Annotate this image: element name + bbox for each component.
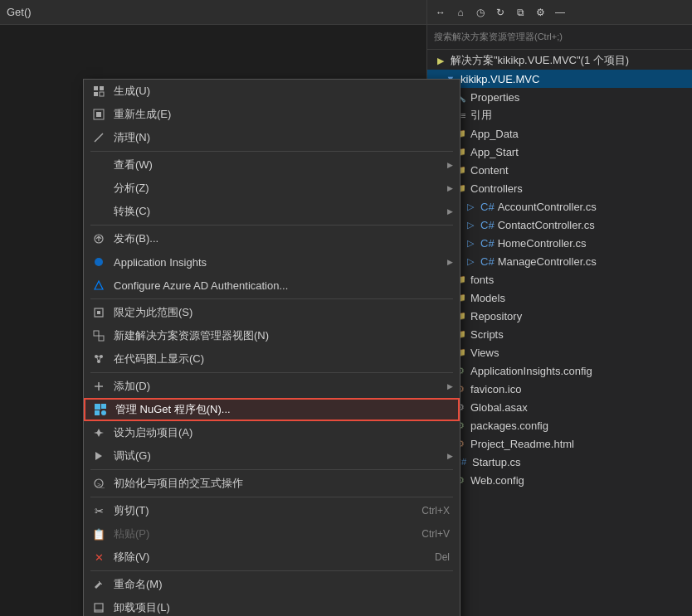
cm-analyze-label: 分析(Z)	[114, 181, 450, 196]
debug-icon	[90, 448, 107, 464]
cm-codemap-label: 在代码图上显示(C)	[114, 352, 450, 366]
cm-rename[interactable]: 重命名(M)	[84, 573, 460, 596]
se-global-asax[interactable]: ⚙ Global.asax	[427, 398, 692, 416]
cs-icon: ▷	[464, 255, 477, 268]
svg-rect-10	[99, 336, 104, 341]
build-icon	[90, 83, 107, 99]
settings-button[interactable]: ⚙	[532, 4, 548, 21]
se-project-readme[interactable]: ⚙ Project_Readme.html	[427, 434, 692, 453]
cm-remove-shortcut: Del	[435, 551, 450, 563]
solution-icon: ▶	[434, 54, 447, 67]
codemap-icon	[90, 351, 107, 367]
cm-scope-label: 限定为此范围(S)	[114, 305, 450, 320]
cm-analyze[interactable]: 分析(Z)	[84, 177, 460, 200]
svg-point-6	[95, 258, 103, 266]
cm-add[interactable]: 添加(D)	[84, 375, 460, 398]
cm-interactive[interactable]: >_ 初始化与项目的交互式操作	[84, 472, 460, 495]
cm-build[interactable]: 生成(U)	[84, 80, 460, 103]
se-account-controller[interactable]: ▷ C# AccountController.cs	[427, 197, 692, 216]
cm-debug[interactable]: 调试(G)	[84, 444, 460, 468]
se-home-controller[interactable]: ▷ C# HomeController.cs	[427, 234, 692, 252]
copy-button[interactable]: ⧉	[512, 4, 529, 21]
cm-new-se-label: 新建解决方案资源管理器视图(N)	[114, 328, 450, 343]
cm-scope[interactable]: 限定为此范围(S)	[84, 301, 460, 324]
se-app-data[interactable]: 📁 App_Data	[427, 124, 692, 143]
cm-publish[interactable]: 发布(B)...	[84, 227, 460, 250]
cm-nuget-label: 管理 NuGet 程序包(N)...	[115, 402, 448, 417]
se-manage-controller[interactable]: ▷ C# ManageController.cs	[427, 252, 692, 270]
add-icon	[90, 378, 107, 395]
se-controllers[interactable]: 📁 Controllers	[427, 179, 692, 197]
se-project-item[interactable]: ▼ kikikp.VUE.MVC	[427, 70, 692, 88]
cm-unload[interactable]: 卸载项目(L)	[84, 596, 460, 616]
se-views[interactable]: 📁 Views	[427, 343, 692, 361]
se-tree: ▶ 解决方案"kikikp.VUE.MVC"(1 个项目) ▼ kikikp.V…	[427, 50, 692, 616]
se-contact-controller[interactable]: ▷ C# ContactController.cs	[427, 216, 692, 234]
context-menu: 生成(U) 重新生成(E) 清理(N) 查看(W) 分析(Z) 转换(C) 发布…	[83, 79, 461, 616]
se-references[interactable]: ≡≡ 引用	[427, 106, 692, 124]
se-web-config[interactable]: ⚙ Web.config	[427, 471, 692, 489]
svg-rect-8	[97, 311, 100, 314]
cm-set-startup[interactable]: 设为启动项目(A)	[84, 421, 460, 444]
svg-text:>_: >_	[97, 481, 105, 488]
project-label: kikikp.VUE.MVC	[461, 73, 539, 85]
cm-transform-label: 转换(C)	[114, 204, 450, 219]
cm-codemap[interactable]: 在代码图上显示(C)	[84, 347, 460, 371]
svg-rect-3	[100, 92, 104, 96]
se-content[interactable]: 📁 Content	[427, 161, 692, 179]
cs-icon: ▷	[464, 218, 477, 231]
cm-clean[interactable]: 清理(N)	[84, 126, 460, 149]
se-toolbar: ↔ ⌂ ◷ ↻ ⧉ ⚙ —	[427, 0, 692, 25]
view-icon	[90, 157, 107, 173]
home-button[interactable]: ⌂	[452, 4, 469, 21]
svg-rect-9	[94, 331, 99, 336]
se-favicon[interactable]: ⚙ favicon.ico	[427, 380, 692, 398]
svg-rect-21	[95, 410, 100, 415]
cm-transform[interactable]: 转换(C)	[84, 200, 460, 223]
rebuild-icon	[90, 106, 107, 123]
se-models[interactable]: 📁 Models	[427, 289, 692, 307]
svg-rect-2	[94, 92, 98, 96]
se-search-bar: 搜索解决方案资源管理器(Ctrl+;)	[427, 25, 692, 50]
cm-clean-label: 清理(N)	[114, 130, 450, 145]
cm-build-label: 生成(U)	[114, 84, 450, 99]
svg-rect-0	[94, 86, 98, 90]
se-solution-item[interactable]: ▶ 解决方案"kikikp.VUE.MVC"(1 个项目)	[427, 51, 692, 70]
se-scripts[interactable]: 📁 Scripts	[427, 325, 692, 343]
cm-cut[interactable]: ✂ 剪切(T) Ctrl+X	[84, 499, 460, 522]
cs-icon: ▷	[464, 200, 477, 213]
cm-azure-label: Configure Azure AD Authentication...	[114, 279, 450, 292]
clean-icon	[90, 129, 107, 146]
cm-appinsights[interactable]: Application Insights	[84, 250, 460, 274]
se-startup-cs[interactable]: C# Startup.cs	[427, 453, 692, 471]
appinsights-icon	[90, 254, 107, 270]
svg-rect-20	[101, 404, 106, 409]
cm-view[interactable]: 查看(W)	[84, 153, 460, 177]
cm-rebuild-label: 重新生成(E)	[114, 107, 450, 122]
se-appinsights-config[interactable]: ⚙ ApplicationInsights.config	[427, 361, 692, 380]
cm-sep6	[90, 497, 453, 497]
cm-add-label: 添加(D)	[114, 379, 450, 394]
sync-button[interactable]: ↔	[432, 4, 449, 21]
clock-button[interactable]: ◷	[472, 4, 489, 21]
scissors-icon: ✂	[90, 502, 107, 519]
cm-azure-ad[interactable]: Configure Azure AD Authentication...	[84, 274, 460, 297]
svg-marker-24	[95, 452, 102, 460]
cm-sep1	[90, 151, 453, 152]
more-button[interactable]: —	[552, 4, 568, 21]
solution-label: 解决方案"kikikp.VUE.MVC"(1 个项目)	[451, 53, 629, 68]
se-fonts[interactable]: 📁 fonts	[427, 270, 692, 289]
settings-icon	[90, 424, 107, 441]
se-packages-config[interactable]: ⚙ packages.config	[427, 416, 692, 434]
se-app-start[interactable]: 📁 App_Start	[427, 143, 692, 161]
refresh-button[interactable]: ↻	[492, 4, 509, 21]
cm-paste[interactable]: 📋 粘贴(P) Ctrl+V	[84, 522, 460, 546]
transform-icon	[90, 203, 107, 220]
cm-nuget[interactable]: 管理 NuGet 程序包(N)...	[84, 398, 460, 421]
svg-point-22	[101, 410, 106, 415]
cm-rebuild[interactable]: 重新生成(E)	[84, 103, 460, 126]
se-repository[interactable]: 📁 Repository	[427, 307, 692, 325]
cm-new-se-view[interactable]: 新建解决方案资源管理器视图(N)	[84, 324, 460, 347]
se-properties[interactable]: 🔧 Properties	[427, 88, 692, 106]
cm-remove[interactable]: ✕ 移除(V) Del	[84, 546, 460, 569]
